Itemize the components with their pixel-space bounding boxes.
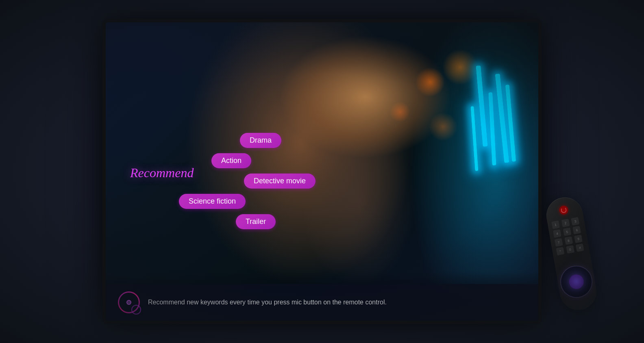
num-btn-star[interactable]: * — [556, 247, 565, 256]
genre-tag-drama[interactable]: Drama — [240, 133, 281, 148]
genre-tag-detective[interactable]: Detective movie — [244, 174, 315, 189]
num-btn-1[interactable]: 1 — [551, 221, 560, 229]
dpad-area — [557, 263, 595, 301]
power-button[interactable] — [559, 205, 569, 215]
num-btn-9[interactable]: 9 — [574, 234, 583, 243]
num-btn-8[interactable]: 8 — [564, 237, 573, 245]
dpad-outer[interactable] — [557, 263, 595, 301]
remote-top-section: 1 2 3 4 5 6 7 8 9 * 0 # — [549, 203, 585, 255]
num-btn-7[interactable]: 7 — [555, 238, 563, 247]
neon-tube-2 — [488, 92, 496, 165]
genre-tag-trailer[interactable]: Trailer — [236, 214, 276, 229]
neon-tube-4 — [470, 106, 478, 171]
tv-frame: Recommend Drama Action Detective movie S… — [102, 19, 542, 324]
bottom-bar: Recommend new keywords every time you pr… — [106, 284, 538, 321]
num-grid: 1 2 3 4 5 6 7 8 9 * 0 # — [551, 217, 585, 256]
num-btn-hash[interactable]: # — [576, 243, 584, 252]
num-btn-6[interactable]: 6 — [573, 226, 581, 234]
remote-body: 1 2 3 4 5 6 7 8 9 * 0 # — [544, 195, 599, 313]
instruction-text: Recommend new keywords every time you pr… — [148, 299, 387, 306]
num-btn-0[interactable]: 0 — [566, 245, 574, 254]
genre-tag-science-fiction[interactable]: Science fiction — [179, 194, 246, 209]
remote-control: 1 2 3 4 5 6 7 8 9 * 0 # — [540, 194, 606, 330]
num-btn-4[interactable]: 4 — [553, 229, 561, 238]
num-btn-5[interactable]: 5 — [563, 228, 571, 236]
recommend-label: Recommend — [130, 165, 194, 180]
genre-tag-action[interactable]: Action — [211, 153, 251, 168]
mic-icon — [118, 291, 140, 313]
neon-tube-1 — [476, 65, 487, 147]
mic-dot — [126, 300, 131, 305]
num-btn-2[interactable]: 2 — [561, 219, 570, 227]
tv-screen: Recommend Drama Action Detective movie S… — [106, 22, 538, 321]
num-btn-3[interactable]: 3 — [571, 217, 580, 226]
dpad-center-button[interactable] — [568, 273, 585, 290]
